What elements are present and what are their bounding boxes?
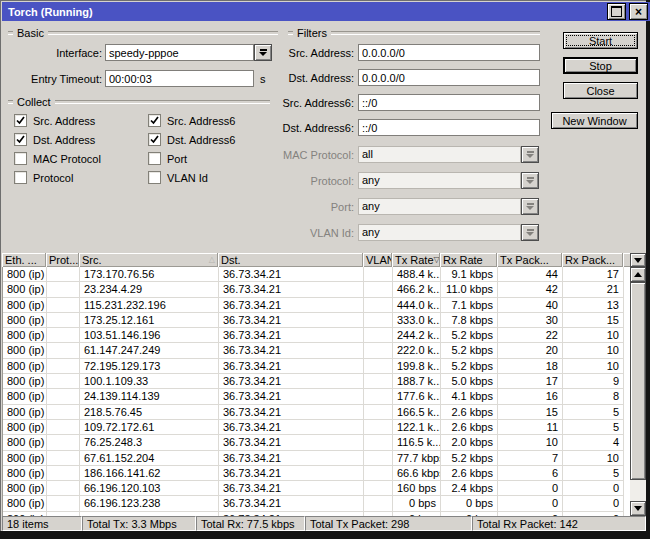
table-row[interactable]: 800 (ip)66.196.123.23836.73.34.210 bps0 … <box>3 496 631 511</box>
cell-dst-address: 36.73.34.21 <box>219 435 364 450</box>
filter-combo-arrow-mac-protocol[interactable] <box>521 146 539 163</box>
filter-input-dst-address6[interactable] <box>358 119 540 136</box>
cell-src-address: 186.166.141.62 <box>80 466 219 481</box>
cell-src-address: 218.5.76.45 <box>80 405 219 420</box>
checkbox-vlan-id[interactable] <box>148 171 161 184</box>
vertical-scrollbar[interactable] <box>630 267 646 516</box>
column-header-protocol[interactable]: Prot... <box>46 253 79 267</box>
filter-input-src-address[interactable] <box>358 44 540 61</box>
cell-tx-packet: 16 <box>498 389 563 404</box>
table-row[interactable]: 800 (ip)66.196.120.10336.73.34.21160 bps… <box>3 481 631 496</box>
filter-input-src-address6[interactable] <box>358 94 540 111</box>
table-row[interactable]: 800 (ip)100.1.109.3336.73.34.21188.7 k..… <box>3 374 631 389</box>
filter-combo-vlan-id[interactable]: any <box>358 224 521 241</box>
table-row[interactable]: 800 (ip)67.61.152.20436.73.34.2177.7 kbp… <box>3 451 631 466</box>
table-row[interactable]: 800 (ip)76.25.248.336.73.34.21116.5 k...… <box>3 435 631 450</box>
column-header-tx-rate[interactable]: Tx Rate▽ <box>392 253 440 267</box>
close-button[interactable]: Close <box>563 82 638 99</box>
column-header-src-address[interactable]: Src.△ <box>79 253 218 267</box>
checkmark-icon <box>16 135 25 144</box>
dropdown-icon <box>527 177 534 179</box>
checkbox-dst-address[interactable] <box>14 133 27 146</box>
interface-input[interactable] <box>105 44 254 61</box>
cell-rx-rate: 2.6 kbps <box>441 420 498 435</box>
cell-vlan-id <box>364 298 393 313</box>
table-row[interactable]: 800 (ip)115.231.232.19636.73.34.21444.0 … <box>3 298 631 313</box>
new-window-button[interactable]: New Window <box>551 112 638 129</box>
scroll-down-button[interactable] <box>630 501 646 516</box>
scrollbar-thumb[interactable] <box>630 282 646 480</box>
torch-window: Torch (Running) × Basic Interface: Entry… <box>0 0 650 539</box>
cell-vlan-id <box>364 359 393 374</box>
connection-table[interactable]: 800 (ip)173.170.76.5636.73.34.21488.4 k.… <box>2 267 631 516</box>
column-header-eth-type[interactable]: Eth. ... <box>2 253 46 267</box>
start-button[interactable]: Start <box>563 32 638 49</box>
checkbox-src-address6[interactable] <box>148 114 161 127</box>
titlebar[interactable]: Torch (Running) × <box>2 2 650 21</box>
table-row[interactable]: 800 (ip)23.234.4.2936.73.34.21466.2 k...… <box>3 282 631 297</box>
cell-rx-rate: 5.2 kbps <box>441 359 498 374</box>
column-header-rx-packet[interactable]: Rx Pack... <box>562 253 623 267</box>
checkbox-label: Src. Address <box>33 115 95 127</box>
cell-dst-address: 36.73.34.21 <box>219 420 364 435</box>
table-row[interactable]: 800 (ip)186.166.141.6236.73.34.2166.6 kb… <box>3 466 631 481</box>
collect-option-protocol: Protocol <box>14 168 148 187</box>
stop-button[interactable]: Stop <box>563 57 638 74</box>
checkbox-dst-address6[interactable] <box>148 133 161 146</box>
entry-timeout-input[interactable] <box>105 70 254 87</box>
window-border <box>0 0 1 539</box>
filter-combo-mac-protocol[interactable]: all <box>358 146 521 163</box>
checkbox-protocol[interactable] <box>14 171 27 184</box>
filter-input-dst-address[interactable] <box>358 69 540 86</box>
cell-src-address: 109.72.172.61 <box>80 420 219 435</box>
column-header-vlan-id[interactable]: VLAN Id <box>363 253 392 267</box>
filter-combo-port[interactable]: any <box>358 198 521 215</box>
column-header-dst-address[interactable]: Dst. <box>218 253 363 267</box>
table-row[interactable]: 800 (ip)173.25.12.16136.73.34.21333.0 k.… <box>3 313 631 328</box>
cell-tx-rate: 222.0 k... <box>393 343 441 358</box>
checkbox-label: VLAN Id <box>167 172 208 184</box>
maximize-button[interactable] <box>607 3 626 20</box>
cell-protocol <box>47 328 80 343</box>
cell-dst-address: 36.73.34.21 <box>219 343 364 358</box>
table-row[interactable]: 800 (ip)173.170.76.5636.73.34.21488.4 k.… <box>3 267 631 282</box>
filter-combo-protocol[interactable]: any <box>358 172 521 189</box>
cell-eth-type: 800 (ip) <box>3 298 47 313</box>
column-header-tx-packet[interactable]: Tx Pack... <box>497 253 562 267</box>
checkbox-mac-protocol[interactable] <box>14 152 27 165</box>
cell-eth-type: 800 (ip) <box>3 359 47 374</box>
column-selector-button[interactable] <box>630 253 646 267</box>
window-border <box>0 0 650 1</box>
cell-tx-rate: 66.6 kbps <box>393 466 441 481</box>
checkbox-port[interactable] <box>148 152 161 165</box>
table-row[interactable]: 800 (ip)61.147.247.24936.73.34.21222.0 k… <box>3 343 631 358</box>
filter-combo-arrow-port[interactable] <box>521 198 539 215</box>
cell-src-address: 173.170.76.56 <box>80 267 219 282</box>
cell-tx-rate: 122.1 k... <box>393 420 441 435</box>
checkbox-src-address[interactable] <box>14 114 27 127</box>
close-button[interactable]: × <box>629 3 648 20</box>
cell-tx-rate: 199.8 k... <box>393 359 441 374</box>
table-row[interactable]: 800 (ip)218.5.76.4536.73.34.21166.5 k...… <box>3 405 631 420</box>
cell-rx-packet: 4 <box>563 435 624 450</box>
table-row[interactable]: 800 (ip)103.51.146.19636.73.34.21244.2 k… <box>3 328 631 343</box>
column-header-rx-rate[interactable]: Rx Rate <box>440 253 497 267</box>
cell-tx-packet: 18 <box>498 359 563 374</box>
table-row[interactable]: 800 (ip)72.195.129.17336.73.34.21199.8 k… <box>3 359 631 374</box>
cell-dst-address: 36.73.34.21 <box>219 267 364 282</box>
cell-protocol <box>47 389 80 404</box>
cell-dst-address: 36.73.34.21 <box>219 451 364 466</box>
filter-combo-arrow-vlan-id[interactable] <box>521 224 539 241</box>
column-header-label: Eth. ... <box>5 254 37 266</box>
entry-timeout-label: Entry Timeout: <box>6 73 102 85</box>
close-icon: × <box>635 7 642 17</box>
table-row[interactable]: 800 (ip)24.139.114.13936.73.34.21177.6 k… <box>3 389 631 404</box>
filter-combo-arrow-protocol[interactable] <box>521 172 539 189</box>
basic-group-header: Basic <box>8 27 278 38</box>
cell-tx-packet: 7 <box>498 451 563 466</box>
scroll-up-button[interactable] <box>630 267 646 282</box>
cell-rx-packet: 8 <box>563 389 624 404</box>
table-row[interactable]: 800 (ip)109.72.172.6136.73.34.21122.1 k.… <box>3 420 631 435</box>
titlebar-controls: × <box>604 3 648 20</box>
cell-protocol <box>47 405 80 420</box>
